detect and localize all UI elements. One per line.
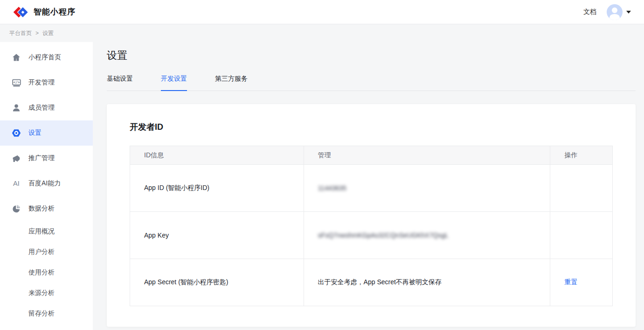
sidebar-subitem-label: 来源分析 <box>28 289 55 297</box>
doc-link[interactable]: 文档 <box>583 8 596 16</box>
sidebar-item-label: 小程序首页 <box>28 53 61 62</box>
sidebar-item-ai[interactable]: AI 百度AI能力 <box>0 171 93 196</box>
home-icon <box>11 52 21 63</box>
code-icon: </> <box>11 77 21 88</box>
card-heading: 开发者ID <box>130 121 613 133</box>
main-content: 设置 基础设置 开发设置 第三方服务 开发者ID ID信息 管理 操作 App … <box>93 42 644 330</box>
row-label: App Secret (智能小程序密匙) <box>130 259 304 306</box>
page-title: 设置 <box>107 49 636 63</box>
sidebar-item-label: 设置 <box>28 129 42 137</box>
sidebar-subitem-usage[interactable]: 使用分析 <box>0 262 93 283</box>
top-header: 智能小程序 文档 <box>0 0 644 24</box>
breadcrumb-separator: > <box>35 30 39 36</box>
svg-text:</>: </> <box>13 80 20 84</box>
sidebar-item-label: 数据分析 <box>28 204 55 213</box>
pie-chart-icon <box>11 204 21 214</box>
avatar[interactable] <box>607 4 623 20</box>
sidebar-item-home[interactable]: 小程序首页 <box>0 45 93 70</box>
sidebar-subitem-users[interactable]: 用户分析 <box>0 242 93 262</box>
brand-title: 智能小程序 <box>34 7 76 17</box>
user-menu[interactable] <box>607 4 631 20</box>
brand[interactable]: 智能小程序 <box>13 6 76 19</box>
tab-basic-settings[interactable]: 基础设置 <box>107 75 133 91</box>
table-row-app-id: App ID (智能小程序ID) 11443635 <box>130 165 613 212</box>
table-row-app-secret: App Secret (智能小程序密匙) 出于安全考虑，App Secret不再… <box>130 259 613 306</box>
table-header-row: ID信息 管理 操作 <box>130 146 613 165</box>
sidebar-subitem-label: 用户分析 <box>28 248 55 256</box>
developer-id-card: 开发者ID ID信息 管理 操作 App ID (智能小程序ID) 114436… <box>107 104 636 327</box>
sidebar-subitem-overview[interactable]: 应用概况 <box>0 221 93 242</box>
row-label: App Key <box>130 212 304 259</box>
sidebar-item-label: 成员管理 <box>28 104 55 112</box>
sidebar: 小程序首页 </> 开发管理 成员管理 设置 <box>0 42 93 330</box>
member-icon <box>11 103 21 113</box>
app-secret-note: 出于安全考虑，App Secret不再被明文保存 <box>304 259 550 306</box>
ai-icon: AI <box>11 178 21 189</box>
sidebar-item-label: 百度AI能力 <box>28 179 61 188</box>
sidebar-subitem-label: 使用分析 <box>28 268 55 277</box>
breadcrumb: 平台首页 > 设置 <box>0 24 644 42</box>
brand-logo-icon <box>13 6 29 19</box>
sidebar-subitem-retention[interactable]: 留存分析 <box>0 303 93 324</box>
column-header-action: 操作 <box>550 146 613 165</box>
chevron-down-icon[interactable] <box>626 11 631 14</box>
app-key-value: sFsQ7nwshmKGpAs32CQnSeUGKhX7QsgL <box>318 232 449 239</box>
sidebar-subitem-label: 留存分析 <box>28 309 55 318</box>
settings-tabs: 基础设置 开发设置 第三方服务 <box>107 75 636 91</box>
sidebar-subitem-label: 应用概况 <box>28 227 55 236</box>
sidebar-item-label: 开发管理 <box>28 78 55 87</box>
svg-text:AI: AI <box>13 180 20 187</box>
sidebar-item-settings[interactable]: 设置 <box>0 120 93 146</box>
breadcrumb-current: 设置 <box>42 29 54 37</box>
column-header-manage: 管理 <box>304 146 550 165</box>
breadcrumb-home[interactable]: 平台首页 <box>9 29 32 37</box>
row-label: App ID (智能小程序ID) <box>130 165 304 212</box>
sidebar-item-dev[interactable]: </> 开发管理 <box>0 70 93 95</box>
tab-third-party[interactable]: 第三方服务 <box>215 75 248 91</box>
reset-button[interactable]: 重置 <box>564 278 577 286</box>
sidebar-item-label: 推广管理 <box>28 154 55 162</box>
table-row-app-key: App Key sFsQ7nwshmKGpAs32CQnSeUGKhX7QsgL <box>130 212 613 259</box>
sidebar-subitem-source[interactable]: 来源分析 <box>0 283 93 303</box>
app-id-value: 11443635 <box>318 184 346 192</box>
settings-icon <box>11 128 21 138</box>
sidebar-item-promotion[interactable]: 推广管理 <box>0 146 93 171</box>
sidebar-item-analytics[interactable]: 数据分析 <box>0 196 93 221</box>
megaphone-icon <box>11 153 21 163</box>
tab-dev-settings[interactable]: 开发设置 <box>161 75 187 91</box>
developer-id-table: ID信息 管理 操作 App ID (智能小程序ID) 11443635 App… <box>130 146 613 306</box>
sidebar-item-members[interactable]: 成员管理 <box>0 95 93 120</box>
column-header-id-info: ID信息 <box>130 146 304 165</box>
